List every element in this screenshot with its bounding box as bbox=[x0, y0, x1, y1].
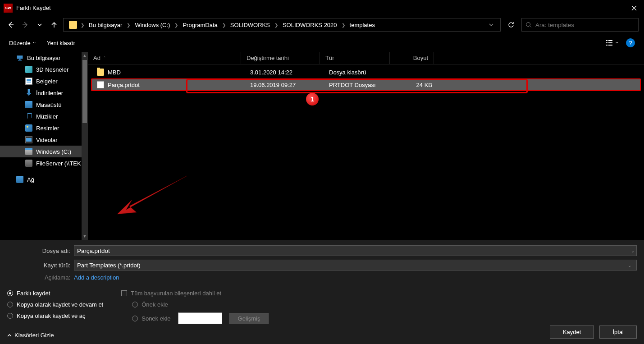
desktop-icon bbox=[25, 101, 32, 108]
recent-dropdown[interactable] bbox=[34, 19, 45, 30]
bc-segment[interactable]: templates bbox=[347, 21, 378, 29]
folder-icon bbox=[97, 69, 104, 76]
toolbar: Düzenle Yeni klasör ? bbox=[0, 34, 644, 52]
chevron-right-icon: ❯ bbox=[174, 23, 178, 28]
header-size[interactable]: Boyut bbox=[390, 52, 434, 64]
filename-label: Dosya adı: bbox=[7, 248, 70, 254]
sidebar-label: Belgeler bbox=[36, 78, 58, 85]
bc-segment[interactable]: ProgramData bbox=[180, 21, 220, 29]
search-box[interactable] bbox=[521, 18, 639, 32]
chevron-down-icon: ⌄ bbox=[626, 263, 634, 268]
list-view-icon bbox=[606, 40, 614, 46]
sidebar-item[interactable]: FileServer (\\TEK bbox=[0, 157, 88, 169]
add-description-link[interactable]: Add a description bbox=[74, 274, 119, 281]
forward-button[interactable] bbox=[20, 19, 31, 30]
file-row[interactable]: Parça.prtdot19.06.2019 09:27PRTDOT Dosya… bbox=[91, 79, 640, 91]
checkbox-icon bbox=[121, 290, 127, 296]
header-type[interactable]: Tür bbox=[320, 52, 390, 64]
docs-icon bbox=[25, 78, 32, 85]
nav-sidebar: Bu bilgisayar3D NesnelerBelgelerİndirile… bbox=[0, 52, 88, 240]
computer-icon bbox=[16, 54, 23, 61]
filename-dropdown[interactable]: ⌄ bbox=[629, 248, 637, 253]
description-label: Açıklama: bbox=[7, 274, 70, 281]
file-type: PRTDOT Dosyası bbox=[324, 82, 393, 88]
save-button[interactable]: Kaydet bbox=[550, 326, 594, 339]
sidebar-label: İndirilenler bbox=[36, 90, 63, 96]
option-save-copy-open[interactable]: Kopya olarak kaydet ve aç bbox=[7, 312, 103, 319]
suffix-input bbox=[178, 312, 222, 324]
svg-rect-5 bbox=[606, 45, 607, 46]
refresh-button[interactable] bbox=[504, 18, 518, 32]
bc-segment[interactable]: SOLIDWORKS 2020 bbox=[280, 21, 340, 29]
organize-button[interactable]: Düzenle bbox=[9, 40, 36, 46]
annotation-arrow bbox=[115, 174, 192, 223]
option-include-refs[interactable]: Tüm başvurulan bileşenleri dahil et bbox=[121, 290, 269, 297]
sidebar-label: Windows (C:) bbox=[36, 148, 71, 155]
sidebar-item[interactable]: Resimler bbox=[0, 122, 88, 134]
bc-segment[interactable]: Windows (C:) bbox=[132, 21, 173, 29]
app-icon: SW bbox=[4, 4, 13, 13]
file-date: 3.01.2020 14:22 bbox=[245, 69, 324, 76]
help-button[interactable]: ? bbox=[626, 38, 635, 47]
chevron-right-icon: ❯ bbox=[274, 23, 278, 28]
close-icon bbox=[631, 5, 637, 11]
arrow-right-icon bbox=[22, 21, 29, 28]
svg-rect-2 bbox=[608, 40, 612, 41]
sidebar-item[interactable]: Masaüstü bbox=[0, 99, 88, 110]
sidebar-item[interactable]: Videolar bbox=[0, 134, 88, 146]
sidebar-label: FileServer (\\TEK bbox=[36, 160, 81, 167]
download-icon bbox=[25, 89, 32, 96]
option-prefix: Önek ekle bbox=[132, 301, 168, 308]
sidebar-label: Ağ bbox=[27, 176, 34, 183]
close-button[interactable] bbox=[624, 0, 644, 16]
up-button[interactable] bbox=[49, 19, 59, 30]
filename-input[interactable] bbox=[74, 245, 637, 256]
scroll-up-button[interactable]: ▲ bbox=[82, 52, 88, 59]
sidebar-item-network[interactable]: Ağ bbox=[0, 174, 88, 185]
sidebar-item[interactable]: Müzikler bbox=[0, 110, 88, 122]
column-headers: Ad⌃ Değiştirme tarihi Tür Boyut bbox=[88, 52, 644, 64]
sidebar-item[interactable]: İndirilenler bbox=[0, 87, 88, 99]
view-options-button[interactable] bbox=[606, 40, 619, 46]
sort-indicator: ⌃ bbox=[103, 56, 106, 60]
sidebar-item[interactable]: Bu bilgisayar bbox=[0, 52, 88, 64]
scrollbar[interactable]: ▲ ▼ bbox=[82, 52, 88, 240]
option-suffix: Sonek ekle bbox=[132, 315, 170, 322]
hide-folders-toggle[interactable]: Klasörleri Gizle bbox=[7, 332, 103, 339]
header-date[interactable]: Değiştirme tarihi bbox=[241, 52, 320, 64]
server-icon bbox=[25, 160, 32, 167]
chevron-right-icon: ❯ bbox=[81, 23, 84, 28]
bc-segment[interactable]: Bu bilgisayar bbox=[86, 21, 125, 29]
window-title: Farklı Kaydet bbox=[16, 5, 624, 11]
back-button[interactable] bbox=[5, 19, 16, 30]
new-folder-button[interactable]: Yeni klasör bbox=[47, 40, 75, 46]
option-save-as[interactable]: Farklı kaydet bbox=[7, 290, 103, 297]
titlebar: SW Farklı Kaydet bbox=[0, 0, 644, 16]
cancel-button[interactable]: İptal bbox=[599, 326, 637, 339]
file-name: Parça.prtdot bbox=[108, 82, 140, 88]
breadcrumb[interactable]: ❯ Bu bilgisayar ❯ Windows (C:) ❯ Program… bbox=[63, 18, 501, 32]
bc-segment[interactable]: SOLIDWORKS bbox=[228, 21, 273, 29]
sidebar-item[interactable]: Belgeler bbox=[0, 75, 88, 87]
breadcrumb-dropdown[interactable] bbox=[486, 23, 497, 27]
file-row[interactable]: MBD3.01.2020 14:22Dosya klasörü bbox=[91, 66, 640, 78]
scroll-thumb[interactable] bbox=[82, 60, 87, 123]
header-name[interactable]: Ad⌃ bbox=[88, 52, 241, 64]
sidebar-label: Bu bilgisayar bbox=[27, 55, 60, 61]
filetype-label: Kayıt türü: bbox=[7, 262, 70, 269]
option-save-copy-continue[interactable]: Kopya olarak kaydet ve devam et bbox=[7, 301, 103, 308]
save-mode-options: Farklı kaydet Kopya olarak kaydet ve dev… bbox=[7, 290, 103, 339]
annotation-badge: 1 bbox=[306, 93, 319, 105]
pictures-icon bbox=[25, 124, 32, 132]
videos-icon bbox=[25, 136, 32, 143]
scroll-down-button[interactable]: ▼ bbox=[82, 233, 88, 240]
sidebar-item[interactable]: Windows (C:) bbox=[0, 146, 88, 157]
chevron-down-icon bbox=[615, 41, 619, 45]
radio-icon bbox=[132, 302, 138, 307]
dialog-body: Bu bilgisayar3D NesnelerBelgelerİndirile… bbox=[0, 52, 644, 240]
sidebar-item[interactable]: 3D Nesneler bbox=[0, 64, 88, 75]
search-input[interactable] bbox=[535, 22, 635, 28]
dialog-footer: Dosya adı: ⌄ Kayıt türü: Part Templates … bbox=[0, 240, 644, 344]
filetype-select[interactable]: Part Templates (*.prtdot) ⌄ bbox=[74, 260, 637, 271]
music-icon bbox=[25, 113, 32, 120]
